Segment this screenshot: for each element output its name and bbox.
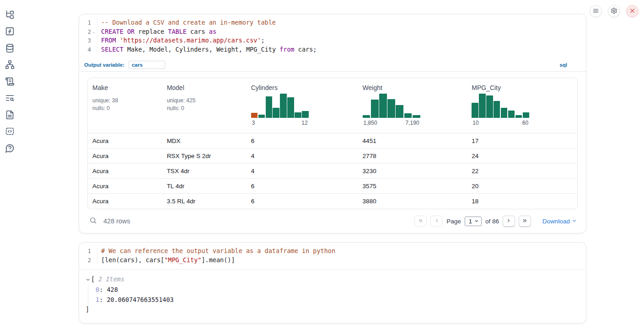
- next-page-button[interactable]: [503, 216, 515, 227]
- histogram-bar: [251, 113, 258, 118]
- histogram-axis: 1,8507,190: [363, 120, 420, 126]
- sidebar-dependency-graph-button[interactable]: [5, 60, 15, 70]
- sidebar-snippets-button[interactable]: [5, 127, 15, 137]
- sidebar-file-explorer-button[interactable]: [5, 10, 15, 20]
- column-header-cylinders[interactable]: Cylinders312: [247, 78, 358, 133]
- page-label: Page: [446, 218, 461, 225]
- table-cell: TSX 4dr: [162, 168, 247, 174]
- help-icon: [5, 143, 15, 153]
- page-total-label: of 86: [485, 218, 499, 225]
- tree-entry-key: 1: [96, 296, 99, 303]
- shutdown-button[interactable]: [626, 5, 639, 17]
- column-histogram: 312: [251, 94, 309, 126]
- histogram-bar: [501, 108, 507, 118]
- python-code-editor[interactable]: 1# We can reference the output variable …: [79, 243, 586, 269]
- last-page-button[interactable]: [519, 216, 531, 227]
- histogram-bar: [396, 105, 403, 118]
- histogram-bar: [379, 94, 387, 118]
- table-cell: 2778: [358, 153, 467, 159]
- table-cell: 4451: [358, 137, 467, 144]
- histogram-axis: 1060: [472, 120, 529, 126]
- column-header-mpg_city[interactable]: MPG_City1060: [467, 78, 577, 133]
- table-cell: 4: [247, 168, 358, 174]
- histogram-bar: [363, 115, 370, 118]
- table-body: AcuraMDX6445117AcuraRSX Type S 2dr427782…: [88, 133, 577, 209]
- code-line[interactable]: 2⌄CREATE OR replace TABLE cars as: [79, 27, 586, 37]
- code-text: -- Download a CSV and create an in-memor…: [97, 18, 276, 27]
- histogram-bar: [287, 97, 294, 118]
- histogram-bar: [523, 112, 529, 118]
- column-stats: unique: 38nulls: 0: [92, 97, 159, 112]
- column-histogram: 1,8507,190: [363, 94, 420, 126]
- fold-gutter: [91, 256, 97, 265]
- code-text: # We can reference the output variable a…: [97, 247, 335, 256]
- histogram-bar: [266, 96, 272, 118]
- histogram-bar: [413, 115, 420, 118]
- table-search-button[interactable]: [88, 217, 97, 226]
- column-name: MPG_City: [472, 84, 574, 91]
- histogram-bar: [280, 94, 286, 118]
- tree-entry-key: 0: [96, 286, 99, 293]
- table-row: AcuraTSX 4dr4323022: [88, 164, 577, 179]
- histogram-bar: [302, 111, 308, 118]
- previous-page-button[interactable]: [430, 216, 443, 227]
- tree-root: [ 2 Items: [86, 275, 578, 283]
- column-header-make[interactable]: Makeunique: 38nulls: 0: [88, 78, 162, 133]
- sidebar-outline-button[interactable]: [5, 76, 15, 86]
- fold-chevron-icon[interactable]: ⌄: [91, 27, 97, 37]
- table-cell: 18: [467, 198, 577, 205]
- sidebar-documentation-button[interactable]: [5, 110, 15, 120]
- page-select[interactable]: 1: [465, 217, 482, 226]
- menu-button[interactable]: [590, 5, 602, 17]
- sidebar-logs-button[interactable]: [5, 93, 15, 103]
- collapse-chevron-icon[interactable]: [86, 276, 91, 281]
- output-variable-input[interactable]: [129, 61, 165, 69]
- language-badge: sql: [559, 62, 567, 68]
- tree-entry-value: : 20.060747663551403: [99, 296, 174, 303]
- settings-button[interactable]: [608, 5, 620, 17]
- chevron-down-icon: [572, 218, 577, 225]
- histogram-bar: [515, 115, 522, 118]
- code-line[interactable]: 1# We can reference the output variable …: [79, 247, 586, 256]
- column-name: Cylinders: [251, 84, 354, 91]
- histogram-bar: [486, 95, 493, 118]
- chevron-down-icon: [474, 218, 479, 225]
- column-header-model[interactable]: Modelunique: 425nulls: 0: [162, 78, 247, 133]
- chevron-left-icon: [434, 217, 440, 225]
- output-variable-label: Output variable:: [84, 62, 124, 68]
- line-number: 1: [79, 18, 91, 27]
- column-header-weight[interactable]: Weight1,8507,190: [358, 78, 467, 133]
- code-line[interactable]: 2[len(cars), cars["MPG_City"].mean()]: [79, 256, 586, 265]
- histogram-axis: 312: [251, 120, 309, 126]
- first-page-button[interactable]: [414, 216, 427, 227]
- snippets-icon: [5, 127, 15, 136]
- logs-icon: [5, 93, 15, 103]
- table-cell: MDX: [162, 137, 247, 144]
- table-cell: Acura: [88, 198, 162, 205]
- table-cell: Acura: [88, 183, 162, 190]
- download-label: Download: [542, 218, 570, 225]
- dependency-graph-icon: [5, 60, 15, 69]
- histogram-bar: [387, 99, 395, 118]
- tree-item-count: 2 Items: [95, 275, 124, 283]
- hamburger-menu-icon: [592, 7, 599, 16]
- sidebar-help-button[interactable]: [5, 143, 15, 153]
- fold-gutter: [91, 45, 97, 54]
- sidebar-datasources-button[interactable]: [5, 43, 15, 53]
- file-explorer-icon: [5, 10, 15, 20]
- cell-sql: 1-- Download a CSV and create an in-memo…: [79, 14, 586, 233]
- code-line[interactable]: 4SELECT Make, Model, Cylinders, Weight, …: [79, 45, 586, 54]
- code-line[interactable]: 3FROM 'https://datasets.marimo.app/cars.…: [79, 36, 586, 45]
- row-count: 428 rows: [103, 217, 130, 225]
- code-line[interactable]: 1-- Download a CSV and create an in-memo…: [79, 18, 586, 27]
- download-button[interactable]: Download: [542, 218, 577, 225]
- chevron-right-icon: [505, 217, 512, 225]
- table-cell: TL 4dr: [162, 183, 247, 190]
- sql-code-editor[interactable]: 1-- Download a CSV and create an in-memo…: [79, 14, 586, 58]
- table-cell: Acura: [88, 153, 162, 159]
- table-row: Acura3.5 RL 4dr6388018: [88, 194, 577, 209]
- histogram-bar: [494, 101, 500, 118]
- table-header: Makeunique: 38nulls: 0Modelunique: 425nu…: [88, 78, 577, 133]
- line-number: 2: [79, 27, 91, 37]
- sidebar-variables-button[interactable]: [5, 26, 15, 37]
